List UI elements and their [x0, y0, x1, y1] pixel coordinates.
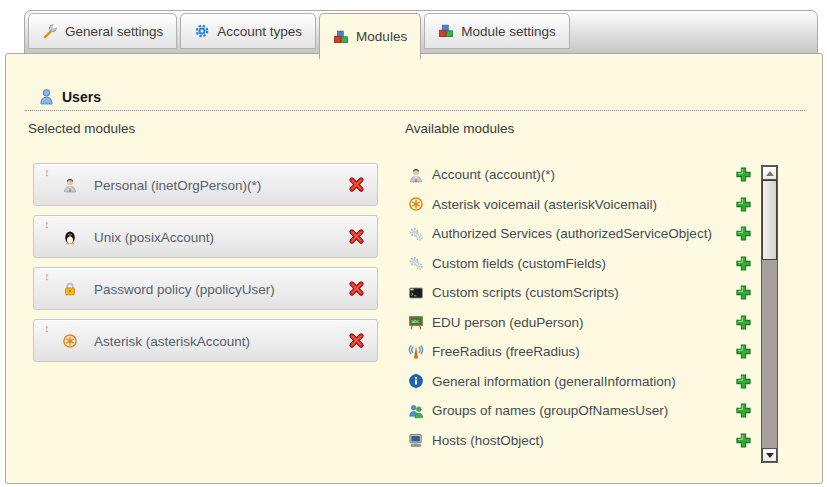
tab-label: Module settings — [461, 24, 556, 39]
antenna-icon — [408, 344, 424, 360]
lock-icon — [62, 281, 78, 297]
modules-icon — [333, 29, 349, 45]
add-module-button[interactable] — [735, 373, 752, 390]
drag-handle-icon[interactable]: ↕ — [44, 322, 50, 334]
wrench-icon — [42, 23, 58, 39]
lam-configuration-page: General settings Account types Modules M… — [0, 0, 827, 487]
remove-module-button[interactable] — [348, 228, 366, 246]
tab-label: Account types — [217, 24, 302, 39]
module-label: FreeRadius (freeRadius) — [432, 344, 735, 359]
section-divider — [25, 110, 805, 111]
selected-modules-title: Selected modules — [28, 121, 135, 136]
available-module-row: Hosts (hostObject) — [408, 426, 752, 456]
drag-handle-icon[interactable]: ↕ — [44, 166, 50, 178]
available-modules-list: Account (account)(*) Asterisk voicemail … — [408, 160, 752, 455]
person-icon — [62, 177, 78, 193]
delete-icon — [348, 228, 365, 245]
scrollbar-thumb[interactable] — [762, 180, 777, 260]
module-label: Password policy (ppolicyUser) — [94, 281, 275, 296]
available-module-row: Custom scripts (customScripts) — [408, 278, 752, 308]
module-label: Unix (posixAccount) — [94, 229, 214, 244]
scroll-down-button[interactable] — [762, 448, 777, 462]
add-icon — [735, 373, 752, 390]
triangle-down-icon — [766, 453, 774, 458]
module-label: Asterisk (asteriskAccount) — [94, 333, 250, 348]
tab-account-types[interactable]: Account types — [180, 13, 316, 49]
add-module-button[interactable] — [735, 284, 752, 301]
available-modules-scrollbar[interactable] — [761, 165, 778, 463]
selected-modules-list: ↕ Personal (inetOrgPerson)(*) ↕ Unix (po… — [33, 163, 378, 371]
available-module-row: Authorized Services (authorizedServiceOb… — [408, 219, 752, 249]
add-icon — [735, 314, 752, 331]
available-module-row: General information (generalInformation) — [408, 367, 752, 397]
gears-icon — [408, 226, 424, 242]
tab-bar: General settings Account types Modules M… — [24, 10, 818, 54]
module-label: General information (generalInformation) — [432, 374, 735, 389]
triangle-up-icon — [766, 171, 774, 176]
add-module-button[interactable] — [735, 196, 752, 213]
delete-icon — [348, 280, 365, 297]
tux-icon — [62, 229, 78, 245]
terminal-icon — [408, 285, 424, 301]
add-icon — [735, 343, 752, 360]
selected-module-row[interactable]: ↕ Personal (inetOrgPerson)(*) — [33, 163, 378, 206]
asterisk-icon — [408, 196, 424, 212]
gears-icon — [408, 255, 424, 271]
host-icon — [408, 432, 424, 448]
add-module-button[interactable] — [735, 255, 752, 272]
gear-icon — [194, 23, 210, 39]
module-label: EDU person (eduPerson) — [432, 315, 735, 330]
add-module-button[interactable] — [735, 402, 752, 419]
remove-module-button[interactable] — [348, 176, 366, 194]
selected-module-row[interactable]: ↕ Password policy (ppolicyUser) — [33, 267, 378, 310]
add-icon — [735, 225, 752, 242]
module-label: Asterisk voicemail (asteriskVoicemail) — [432, 197, 735, 212]
scroll-up-button[interactable] — [762, 166, 777, 180]
available-module-row: Account (account)(*) — [408, 160, 752, 190]
delete-icon — [348, 176, 365, 193]
add-icon — [735, 402, 752, 419]
module-label: Custom scripts (customScripts) — [432, 285, 735, 300]
available-module-row: Asterisk voicemail (asteriskVoicemail) — [408, 190, 752, 220]
available-module-row: Custom fields (customFields) — [408, 249, 752, 279]
group-icon — [408, 403, 424, 419]
remove-module-button[interactable] — [348, 332, 366, 350]
add-module-button[interactable] — [735, 343, 752, 360]
delete-icon — [348, 332, 365, 349]
drag-handle-icon[interactable]: ↕ — [44, 270, 50, 282]
add-icon — [735, 284, 752, 301]
add-module-button[interactable] — [735, 166, 752, 183]
available-modules-title: Available modules — [405, 121, 514, 136]
chalkboard-icon — [408, 314, 424, 330]
module-label: Personal (inetOrgPerson)(*) — [94, 177, 261, 192]
asterisk-icon — [62, 333, 78, 349]
users-section-header: Users — [38, 88, 101, 105]
add-icon — [735, 432, 752, 449]
add-module-button[interactable] — [735, 432, 752, 449]
tab-modules[interactable]: Modules — [319, 13, 421, 59]
drag-handle-icon[interactable]: ↕ — [44, 218, 50, 230]
selected-module-row[interactable]: ↕ Asterisk (asteriskAccount) — [33, 319, 378, 362]
tab-module-settings[interactable]: Module settings — [424, 13, 570, 49]
person-icon — [408, 167, 424, 183]
add-module-button[interactable] — [735, 314, 752, 331]
module-label: Hosts (hostObject) — [432, 433, 735, 448]
add-module-button[interactable] — [735, 225, 752, 242]
available-module-row: Groups of names (groupOfNamesUser) — [408, 396, 752, 426]
selected-module-row[interactable]: ↕ Unix (posixAccount) — [33, 215, 378, 258]
remove-module-button[interactable] — [348, 280, 366, 298]
tab-label: General settings — [65, 24, 163, 39]
module-label: Custom fields (customFields) — [432, 256, 735, 271]
module-label: Authorized Services (authorizedServiceOb… — [432, 226, 735, 241]
module-label: Groups of names (groupOfNamesUser) — [432, 403, 735, 418]
add-icon — [735, 255, 752, 272]
info-icon — [408, 373, 424, 389]
available-module-row: EDU person (eduPerson) — [408, 308, 752, 338]
add-icon — [735, 166, 752, 183]
user-icon — [38, 88, 55, 105]
section-title: Users — [62, 89, 101, 105]
tab-general-settings[interactable]: General settings — [28, 13, 177, 49]
available-module-row: FreeRadius (freeRadius) — [408, 337, 752, 367]
add-icon — [735, 196, 752, 213]
tab-label: Modules — [356, 29, 407, 44]
